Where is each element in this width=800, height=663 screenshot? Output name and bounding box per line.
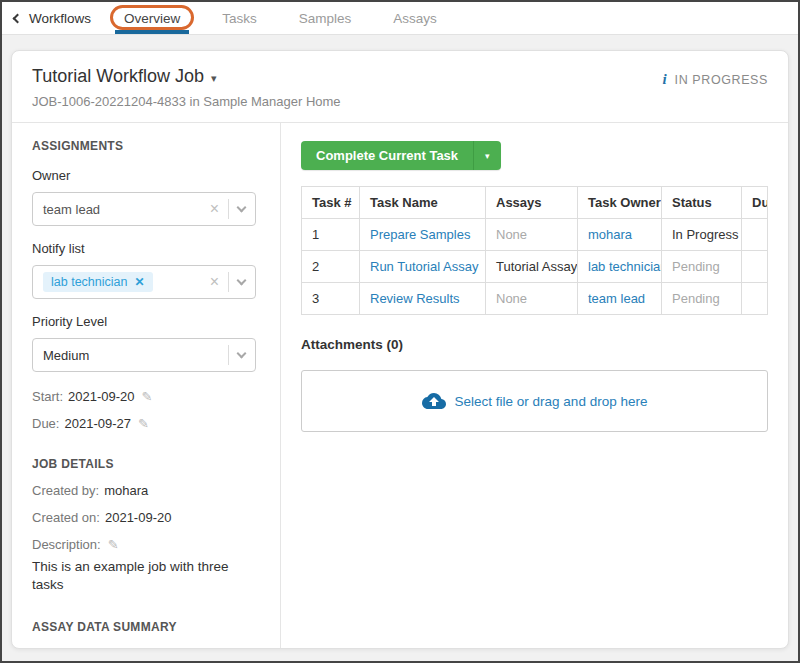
start-label: Start: (32, 389, 63, 404)
created-by-value: mohara (104, 483, 148, 498)
clear-icon[interactable]: × (210, 274, 219, 290)
task-num: 2 (302, 251, 360, 283)
edit-icon[interactable]: ✎ (138, 416, 149, 431)
col-status: Status (662, 187, 742, 219)
assignments-sidebar: ASSIGNMENTS Owner team lead × Notify lis… (12, 123, 281, 648)
created-on-value: 2021-09-20 (105, 510, 172, 525)
created-on-row: Created on: 2021-09-20 (32, 510, 256, 525)
task-due-date (742, 219, 768, 251)
task-owner-link[interactable]: team lead (588, 291, 645, 306)
table-row: 3 Review Results None team lead Pending (302, 283, 768, 315)
button-dropdown-caret[interactable]: ▾ (473, 141, 501, 170)
file-dropzone[interactable]: Select file or drag and drop here (301, 370, 768, 432)
cloud-upload-icon (422, 392, 446, 410)
chevron-left-icon (13, 14, 23, 24)
assignments-heading: ASSIGNMENTS (32, 139, 256, 153)
assay-summary-heading: ASSAY DATA SUMMARY (32, 620, 256, 634)
table-row: 2 Run Tutorial Assay Tutorial Assay lab … (302, 251, 768, 283)
select-divider (228, 345, 229, 365)
tab-overview[interactable]: Overview (121, 2, 183, 34)
col-due-date: Due Date (742, 187, 768, 219)
task-assays: Tutorial Assay (486, 251, 578, 283)
dropzone-label: Select file or drag and drop here (455, 394, 648, 409)
notify-list-select[interactable]: lab technician ✕ × (32, 265, 256, 299)
created-on-label: Created on: (32, 510, 100, 525)
task-num: 1 (302, 219, 360, 251)
tab-assays-label: Assays (393, 11, 437, 26)
status-text: IN PROGRESS (675, 73, 768, 87)
attachments-heading: Attachments (0) (301, 337, 768, 352)
task-name-link[interactable]: Run Tutorial Assay (370, 259, 478, 274)
active-tab-underline (115, 30, 189, 34)
start-date-row: Start: 2021-09-20 ✎ (32, 389, 256, 404)
select-divider (228, 272, 229, 292)
tab-tasks[interactable]: Tasks (219, 2, 260, 34)
due-date-row: Due: 2021-09-27 ✎ (32, 416, 256, 431)
edit-icon[interactable]: ✎ (142, 389, 153, 404)
nav-bar: Workflows Overview Tasks Samples Assays (2, 2, 798, 35)
col-assays: Assays (486, 187, 578, 219)
clear-icon[interactable]: × (210, 201, 219, 217)
description-label: Description: (32, 537, 101, 552)
owner-select[interactable]: team lead × (32, 192, 256, 226)
page-title: Tutorial Workflow Job (32, 66, 204, 87)
job-id-breadcrumb: JOB-1006-20221204-4833 in Sample Manager… (32, 94, 768, 109)
back-label: Workflows (29, 11, 91, 26)
task-status: Pending (662, 283, 742, 315)
notify-list-label: Notify list (32, 241, 256, 256)
info-icon[interactable]: i (662, 71, 666, 88)
notify-tag-label: lab technician (51, 275, 127, 289)
task-owner-link[interactable]: lab technician (588, 259, 662, 274)
chevron-down-icon[interactable] (237, 349, 247, 359)
chevron-down-icon[interactable] (237, 203, 247, 213)
tab-samples-label: Samples (299, 11, 352, 26)
priority-label: Priority Level (32, 314, 256, 329)
priority-select[interactable]: Medium (32, 338, 256, 372)
col-task-name: Task Name (360, 187, 486, 219)
table-row: 1 Prepare Samples None mohara In Progres… (302, 219, 768, 251)
content-card: Tutorial Workflow Job ▾ i IN PROGRESS JO… (11, 50, 789, 649)
tab-samples[interactable]: Samples (296, 2, 355, 34)
task-name-link[interactable]: Review Results (370, 291, 460, 306)
task-due-date (742, 251, 768, 283)
owner-label: Owner (32, 168, 256, 183)
tag-remove-icon[interactable]: ✕ (134, 275, 144, 289)
assay-name: Tutorial Assay (32, 647, 113, 649)
main-panel: Complete Current Task ▾ Task # Task Name… (281, 123, 788, 648)
task-owner-link[interactable]: mohara (588, 227, 632, 242)
complete-task-split-button: Complete Current Task ▾ (301, 141, 501, 170)
description-text: This is an example job with three tasks (32, 558, 256, 594)
status-badge: i IN PROGRESS (662, 71, 768, 88)
tab-tasks-label: Tasks (222, 11, 257, 26)
task-name-link[interactable]: Prepare Samples (370, 227, 470, 242)
col-task-owner: Task Owner (578, 187, 662, 219)
task-due-date (742, 283, 768, 315)
task-num: 3 (302, 283, 360, 315)
job-header: Tutorial Workflow Job ▾ i IN PROGRESS JO… (12, 51, 788, 123)
title-menu-caret-icon[interactable]: ▾ (211, 72, 217, 85)
created-by-label: Created by: (32, 483, 99, 498)
tab-assays[interactable]: Assays (390, 2, 440, 34)
priority-value: Medium (43, 348, 228, 363)
assay-summary-row: Tutorial Assay 0 samples (32, 647, 256, 649)
notify-tag: lab technician ✕ (43, 272, 153, 292)
table-header-row: Task # Task Name Assays Task Owner Statu… (302, 187, 768, 219)
created-by-row: Created by: mohara (32, 483, 256, 498)
edit-icon[interactable]: ✎ (108, 537, 119, 552)
complete-current-task-button[interactable]: Complete Current Task (301, 141, 473, 170)
owner-value: team lead (43, 202, 210, 217)
task-status: Pending (662, 251, 742, 283)
task-status: In Progress (662, 219, 742, 251)
back-to-workflows-link[interactable]: Workflows (14, 2, 91, 34)
tab-overview-label: Overview (124, 11, 180, 26)
card-body: ASSIGNMENTS Owner team lead × Notify lis… (12, 123, 788, 648)
select-divider (228, 199, 229, 219)
samples-count-link[interactable]: 0 samples (117, 647, 176, 649)
task-assays: None (486, 219, 578, 251)
task-assays: None (486, 283, 578, 315)
start-value: 2021-09-20 (68, 389, 135, 404)
due-label: Due: (32, 416, 59, 431)
job-details-heading: JOB DETAILS (32, 457, 256, 471)
col-task-num: Task # (302, 187, 360, 219)
chevron-down-icon[interactable] (237, 276, 247, 286)
